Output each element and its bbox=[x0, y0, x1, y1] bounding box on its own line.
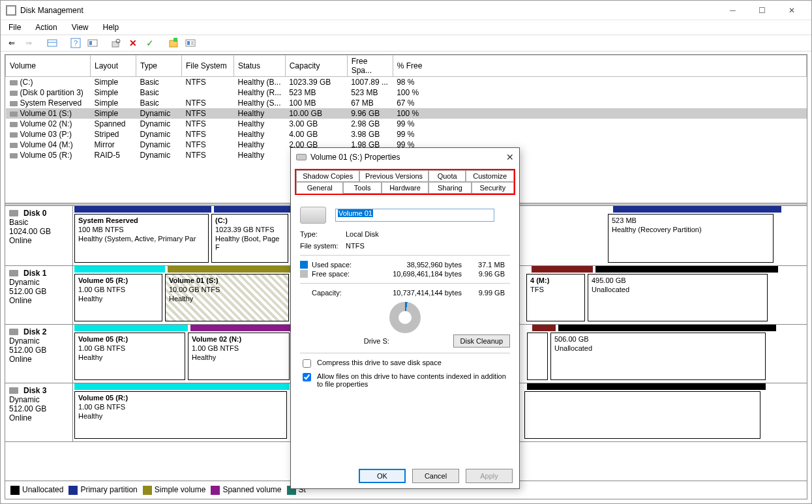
tab-hardware[interactable]: Hardware bbox=[382, 182, 429, 194]
check-icon[interactable]: ✓ bbox=[143, 36, 157, 50]
app-window: Disk Management ─ ☐ ✕ File Action View H… bbox=[0, 0, 812, 504]
usage-chart bbox=[389, 302, 421, 333]
tab-sharing[interactable]: Sharing bbox=[429, 182, 471, 194]
partition-box[interactable]: Volume 05 (R:)1.00 GB NTFSHealthy bbox=[74, 333, 185, 380]
toolbar-icon-3[interactable] bbox=[166, 36, 181, 50]
tab-security[interactable]: Security bbox=[472, 182, 514, 194]
disk-cleanup-button[interactable]: Disk Cleanup bbox=[453, 334, 510, 348]
col-fs[interactable]: File System bbox=[182, 55, 234, 77]
tab-customize[interactable]: Customize bbox=[466, 170, 514, 182]
type-value: Local Disk bbox=[346, 230, 379, 238]
type-label: Type: bbox=[300, 230, 346, 238]
tab-tools[interactable]: Tools bbox=[343, 182, 381, 194]
partition-box[interactable]: Volume 01 (S:)10.00 GB NTFSHealthy bbox=[165, 274, 289, 321]
svg-rect-5 bbox=[89, 41, 92, 45]
partition-box[interactable] bbox=[524, 391, 760, 439]
menu-file[interactable]: File bbox=[6, 22, 23, 33]
toolbar-icon-2[interactable] bbox=[85, 36, 100, 50]
drive-label: Drive S: bbox=[300, 337, 453, 345]
partition-box[interactable] bbox=[527, 333, 548, 380]
toolbar-icon[interactable] bbox=[45, 36, 59, 50]
col-free[interactable]: Free Spa... bbox=[347, 55, 393, 77]
partition-box[interactable]: 506.00 GBUnallocated bbox=[550, 333, 766, 380]
legend-item: Spanned volume bbox=[211, 485, 281, 495]
ok-button[interactable]: OK bbox=[359, 469, 406, 483]
col-pct[interactable]: % Free bbox=[393, 55, 806, 77]
index-checkbox[interactable]: Allow files on this drive to have conten… bbox=[300, 372, 510, 388]
used-human: 37.1 MB bbox=[466, 261, 505, 269]
svg-rect-6 bbox=[112, 42, 119, 47]
properties-dialog[interactable]: Volume 01 (S:) Properties ✕ Shadow Copie… bbox=[290, 147, 520, 489]
capacity-label: Capacity: bbox=[312, 289, 377, 297]
cancel-button[interactable]: Cancel bbox=[412, 469, 459, 483]
col-layout[interactable]: Layout bbox=[91, 55, 136, 77]
tab-quota[interactable]: Quota bbox=[429, 170, 466, 182]
volume-table[interactable]: Volume Layout Type File System Status Ca… bbox=[5, 55, 807, 160]
partition-box[interactable]: Volume 02 (N:)1.00 GB NTFSHealthy bbox=[188, 333, 290, 380]
partition-box[interactable]: 523 MBHealthy (Recovery Partition) bbox=[608, 214, 774, 263]
volume-name-input[interactable]: Volume 01 bbox=[335, 209, 494, 222]
properties-icon[interactable] bbox=[109, 36, 123, 50]
partition-box[interactable]: System Reserved100 MB NTFSHealthy (Syste… bbox=[74, 214, 209, 263]
legend-item: Unallocated bbox=[10, 485, 63, 495]
svg-text:?: ? bbox=[74, 39, 78, 47]
dialog-title: Volume 01 (S:) Properties bbox=[310, 153, 400, 162]
free-human: 9.96 GB bbox=[466, 270, 505, 278]
table-row[interactable]: Volume 01 (S:)SimpleDynamicNTFSHealthy10… bbox=[6, 108, 807, 119]
table-row[interactable]: System ReservedSimpleBasicNTFSHealthy (S… bbox=[6, 98, 807, 108]
titlebar[interactable]: Disk Management ─ ☐ ✕ bbox=[1, 1, 811, 20]
partition-box[interactable]: 495.00 GBUnallocated bbox=[588, 274, 768, 321]
svg-rect-9 bbox=[173, 38, 177, 42]
close-button[interactable]: ✕ bbox=[777, 1, 806, 20]
col-type[interactable]: Type bbox=[136, 55, 182, 77]
delete-icon[interactable]: ✕ bbox=[126, 36, 140, 50]
app-title: Disk Management bbox=[20, 6, 718, 15]
partition-box[interactable]: Volume 05 (R:)1.00 GB NTFSHealthy bbox=[74, 391, 287, 439]
partition-box[interactable]: (C:)1023.39 GB NTFSHealthy (Boot, Page F bbox=[211, 214, 288, 263]
svg-rect-0 bbox=[48, 40, 57, 46]
legend-item: Primary partition bbox=[68, 485, 137, 495]
volume-icon bbox=[296, 154, 307, 160]
free-color-icon bbox=[300, 270, 308, 278]
legend-item: Simple volume bbox=[143, 485, 206, 495]
capacity-human: 9.99 GB bbox=[466, 289, 505, 297]
dialog-body: Volume 01 Type:Local Disk File system:NT… bbox=[291, 195, 519, 396]
dialog-titlebar[interactable]: Volume 01 (S:) Properties ✕ bbox=[291, 148, 519, 166]
free-label: Free space: bbox=[312, 270, 377, 278]
menu-action[interactable]: Action bbox=[33, 22, 59, 33]
forward-button[interactable]: ⇒ bbox=[22, 36, 36, 50]
menubar: File Action View Help bbox=[1, 20, 811, 35]
svg-rect-12 bbox=[191, 41, 194, 45]
toolbar: ⇐ ⇒ ? ✕ ✓ bbox=[1, 35, 811, 52]
minimize-button[interactable]: ─ bbox=[718, 1, 747, 20]
menu-view[interactable]: View bbox=[69, 22, 91, 33]
menu-help[interactable]: Help bbox=[100, 22, 122, 33]
help-icon[interactable]: ? bbox=[68, 36, 83, 50]
table-row[interactable]: (Disk 0 partition 3)SimpleBasicHealthy (… bbox=[6, 87, 807, 98]
tab-general[interactable]: General bbox=[296, 182, 343, 194]
compress-checkbox[interactable]: Compress this drive to save disk space bbox=[300, 359, 510, 370]
capacity-bytes: 10,737,414,144 bytes bbox=[377, 289, 462, 297]
apply-button[interactable]: Apply bbox=[466, 469, 513, 483]
table-row[interactable]: Volume 02 (N:)SpannedDynamicNTFSHealthy3… bbox=[6, 119, 807, 129]
back-button[interactable]: ⇐ bbox=[5, 36, 19, 50]
dialog-close-button[interactable]: ✕ bbox=[506, 152, 514, 162]
table-row[interactable]: Volume 03 (P:)StripedDynamicNTFSHealthy4… bbox=[6, 129, 807, 140]
toolbar-icon-4[interactable] bbox=[183, 36, 198, 50]
maximize-button[interactable]: ☐ bbox=[747, 1, 777, 20]
used-bytes: 38,952,960 bytes bbox=[377, 261, 462, 269]
used-color-icon bbox=[300, 261, 308, 269]
app-icon bbox=[6, 5, 16, 16]
partition-box[interactable]: Volume 05 (R:)1.00 GB NTFSHealthy bbox=[74, 274, 162, 321]
svg-rect-11 bbox=[187, 41, 190, 45]
free-bytes: 10,698,461,184 bytes bbox=[377, 270, 462, 278]
fs-label: File system: bbox=[300, 242, 346, 250]
col-capacity[interactable]: Capacity bbox=[285, 55, 347, 77]
drive-icon bbox=[300, 207, 326, 224]
tab-previous-versions[interactable]: Previous Versions bbox=[359, 170, 428, 182]
tab-shadow-copies[interactable]: Shadow Copies bbox=[296, 170, 359, 182]
partition-box[interactable]: 4 (M:)TFS bbox=[526, 274, 585, 321]
table-row[interactable]: (C:)SimpleBasicNTFSHealthy (B...1023.39 … bbox=[6, 77, 807, 88]
col-status[interactable]: Status bbox=[234, 55, 286, 77]
col-volume[interactable]: Volume bbox=[6, 55, 91, 77]
